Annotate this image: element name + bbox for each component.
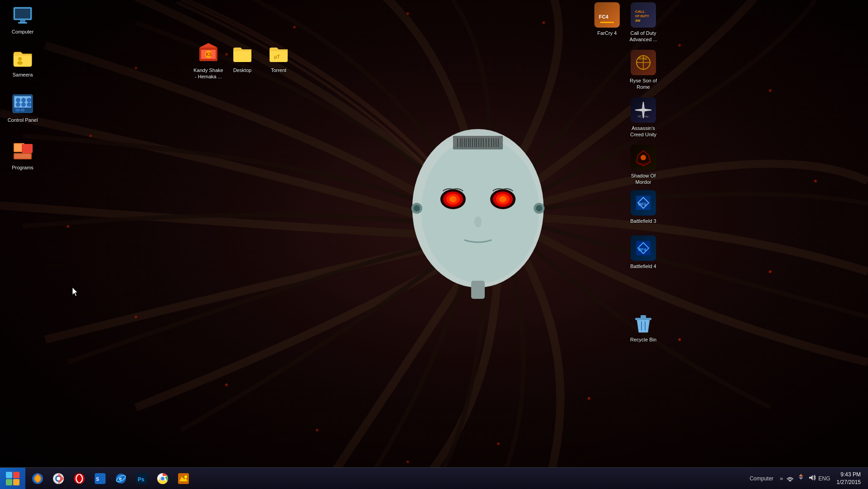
clock-time: 9:43 PM bbox=[837, 471, 861, 479]
desktop-icon-kandy-shake[interactable]: KS Kandy Shake - Hemaka ... bbox=[188, 43, 229, 81]
programs-icon bbox=[12, 140, 34, 162]
svg-text:S: S bbox=[96, 477, 99, 482]
tray-language[interactable]: ENG bbox=[819, 475, 830, 482]
taskbar-chrome-old[interactable] bbox=[48, 469, 68, 489]
farcry4-icon-label: FarCry 4 bbox=[596, 29, 618, 37]
cod-advanced-icon-label: Call of Duty Advanced ... bbox=[626, 29, 661, 43]
recycle-bin-icon bbox=[632, 312, 654, 334]
bf4-icon-label: Battlefield 4 bbox=[629, 263, 657, 270]
desktop-icon-recycle-bin[interactable]: Recycle Bin bbox=[623, 312, 664, 343]
taskbar-opera[interactable] bbox=[69, 469, 89, 489]
desktop-icon-assassins[interactable]: AC Unity Assassin's Creed Unity bbox=[623, 97, 664, 139]
bf3-icon-label: Battlefield 3 bbox=[629, 217, 657, 225]
system-tray: Computer » bbox=[743, 468, 868, 489]
windows-logo-icon bbox=[6, 472, 19, 485]
tray-connection-icon[interactable] bbox=[797, 474, 805, 484]
desktop-icon-desktop-folder[interactable]: Desktop bbox=[224, 43, 260, 74]
svg-point-116 bbox=[161, 477, 164, 480]
taskbar-chrome[interactable] bbox=[153, 469, 173, 489]
kandy-shake-icon-label: Kandy Shake - Hemaka ... bbox=[191, 67, 226, 81]
svg-text:OF DUTY: OF DUTY bbox=[635, 14, 649, 18]
svg-point-59 bbox=[18, 57, 22, 61]
svg-point-103 bbox=[57, 477, 60, 480]
svg-text:MORDOR: MORDOR bbox=[637, 163, 648, 165]
control-panel-icon-label: Control Panel bbox=[6, 116, 39, 124]
system-clock[interactable]: 9:43 PM 1/27/2015 bbox=[833, 471, 864, 486]
recycle-bin-icon-label: Recycle Bin bbox=[629, 336, 658, 343]
desktop-icon-sameera[interactable]: Sameera bbox=[5, 48, 41, 78]
svg-point-68 bbox=[21, 102, 26, 107]
svg-point-67 bbox=[16, 102, 20, 107]
svg-text:FC4: FC4 bbox=[599, 14, 609, 19]
assassins-icon: AC Unity bbox=[631, 97, 656, 123]
svg-rect-76 bbox=[14, 154, 31, 158]
svg-rect-71 bbox=[21, 109, 24, 111]
desktop: Computer Sameera bbox=[0, 0, 868, 489]
svg-point-64 bbox=[16, 98, 20, 102]
assassins-icon-label: Assassin's Creed Unity bbox=[626, 125, 661, 139]
tray-expand-button[interactable]: » bbox=[780, 475, 783, 482]
svg-rect-74 bbox=[22, 144, 33, 153]
desktop-icon-shadow-mordor[interactable]: MORDOR Shadow Of Mordor bbox=[623, 145, 664, 186]
desktop-icon-battlefield3[interactable]: BF3 Battlefield 3 bbox=[623, 190, 664, 225]
clock-date: 1/27/2015 bbox=[837, 479, 861, 486]
svg-rect-57 bbox=[20, 20, 25, 22]
svg-text:KS: KS bbox=[206, 52, 212, 57]
svg-rect-96 bbox=[641, 315, 646, 318]
cod-advanced-icon: CALL OF DUTY AW bbox=[631, 2, 656, 28]
desktop-icon-control-panel[interactable]: Control Panel bbox=[5, 93, 41, 124]
desktop-folder-icon-label: Desktop bbox=[232, 67, 253, 74]
svg-text:Ps: Ps bbox=[138, 476, 145, 483]
desktop-folder-icon bbox=[231, 43, 253, 65]
programs-icon-label: Programs bbox=[10, 164, 35, 171]
taskbar-irfanview[interactable] bbox=[174, 469, 193, 489]
computer-icon bbox=[12, 5, 34, 26]
svg-point-119 bbox=[789, 480, 791, 481]
taskbar-firefox[interactable] bbox=[28, 469, 48, 489]
sameera-icon-label: Sameera bbox=[11, 71, 34, 78]
shadow-mordor-icon: MORDOR bbox=[631, 145, 656, 170]
computer-label: Computer bbox=[746, 475, 777, 482]
svg-point-118 bbox=[184, 475, 187, 478]
desktop-icon-battlefield4[interactable]: BF4 Battlefield 4 bbox=[623, 235, 664, 270]
desktop-icon-cod-advanced[interactable]: CALL OF DUTY AW Call of Duty Advanced ..… bbox=[623, 2, 664, 43]
svg-rect-58 bbox=[18, 22, 27, 24]
svg-text:CALL: CALL bbox=[635, 10, 645, 14]
ryse-icon-label: Ryse Son of Rome bbox=[626, 77, 661, 91]
sameera-icon bbox=[12, 48, 34, 69]
kandy-shake-icon: KS bbox=[198, 43, 219, 65]
ryse-icon: RYSE bbox=[631, 50, 656, 75]
torrent-icon-label: Torrent bbox=[270, 67, 288, 74]
svg-text:AW: AW bbox=[635, 19, 641, 22]
taskbar-photoshop[interactable]: Ps bbox=[132, 469, 152, 489]
svg-text:RYSE: RYSE bbox=[639, 57, 647, 60]
desktop-icon-farcry4[interactable]: FC4 FarCry 4 bbox=[587, 2, 627, 37]
svg-point-69 bbox=[27, 102, 31, 107]
tray-volume-icon[interactable] bbox=[808, 474, 816, 484]
torrent-icon: µT bbox=[268, 43, 289, 65]
svg-text:e: e bbox=[119, 476, 122, 481]
desktop-icon-torrent[interactable]: µT Torrent bbox=[260, 43, 297, 74]
start-button[interactable] bbox=[0, 468, 25, 489]
taskbar-apps-area: S e Ps bbox=[25, 468, 743, 489]
svg-point-106 bbox=[77, 475, 81, 483]
wallpaper bbox=[0, 0, 868, 489]
bf3-icon: BF3 bbox=[631, 190, 656, 216]
svg-point-65 bbox=[21, 98, 26, 102]
taskbar-ie[interactable]: e bbox=[111, 469, 131, 489]
svg-text:BF4: BF4 bbox=[638, 247, 646, 252]
desktop-icon-computer[interactable]: Computer bbox=[5, 5, 41, 35]
farcry4-icon: FC4 bbox=[594, 2, 620, 28]
computer-icon-label: Computer bbox=[10, 28, 35, 35]
desktop-icon-programs[interactable]: Programs bbox=[5, 140, 41, 171]
tray-network-icon[interactable] bbox=[786, 474, 794, 484]
taskbar-samsung[interactable]: S bbox=[90, 469, 110, 489]
svg-text:AC Unity: AC Unity bbox=[638, 115, 649, 118]
svg-point-89 bbox=[641, 155, 646, 160]
svg-rect-70 bbox=[15, 109, 20, 111]
svg-text:BF3: BF3 bbox=[638, 202, 646, 206]
control-panel-icon bbox=[12, 93, 34, 115]
desktop-icon-ryse[interactable]: RYSE Ryse Son of Rome bbox=[623, 50, 664, 91]
taskbar: S e Ps bbox=[0, 467, 868, 489]
svg-rect-56 bbox=[15, 9, 30, 19]
